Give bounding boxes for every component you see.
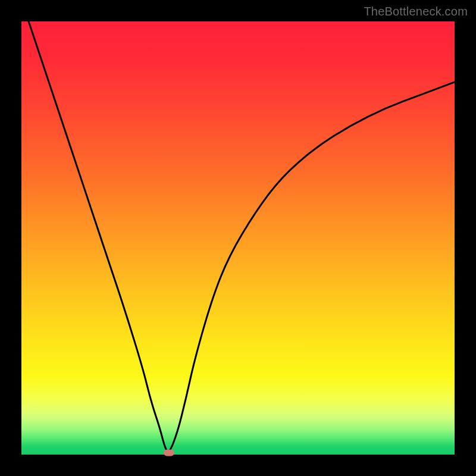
minimum-marker [164,450,174,456]
attribution-text: TheBottleneck.com [364,5,468,18]
plot-area [21,21,455,455]
bottleneck-curve [21,21,455,452]
chart-frame: TheBottleneck.com [0,0,476,476]
curve-layer [21,21,455,455]
